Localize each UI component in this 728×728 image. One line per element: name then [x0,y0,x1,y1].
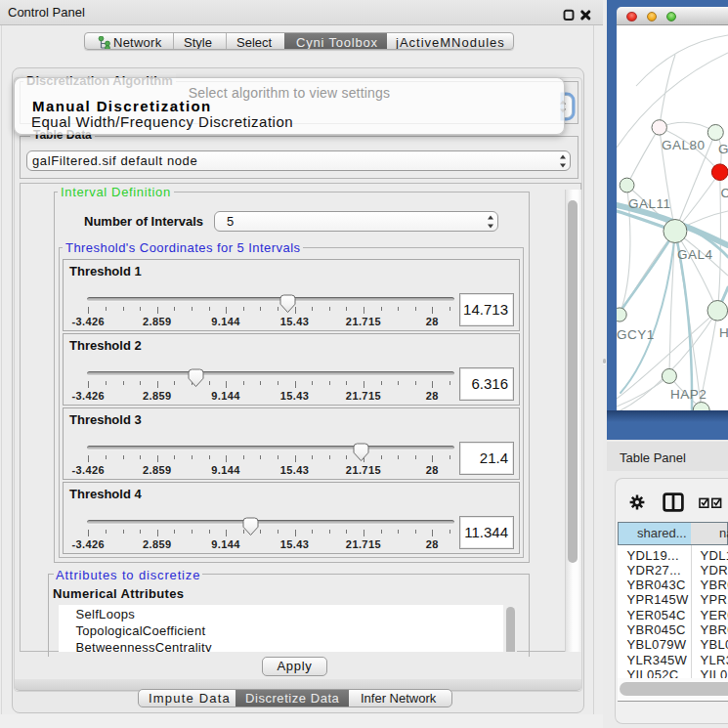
svg-text:GAL11: GAL11 [628,196,671,211]
svg-text:GCY1: GCY1 [617,327,655,342]
svg-text:GAL80: GAL80 [662,138,706,152]
svg-text:C: C [721,186,728,200]
svg-text:H: H [719,325,728,340]
svg-text:GAL4: GAL4 [677,247,713,262]
svg-text:GA: GA [718,142,728,156]
svg-text:HAP2: HAP2 [670,387,707,402]
